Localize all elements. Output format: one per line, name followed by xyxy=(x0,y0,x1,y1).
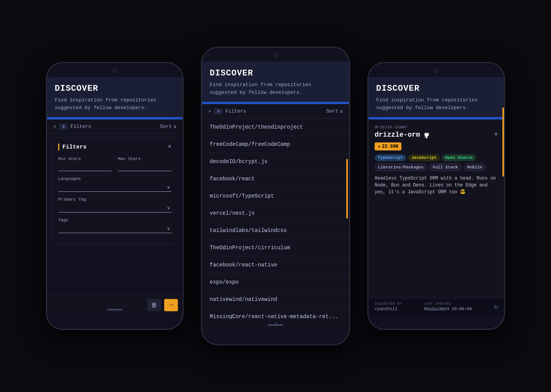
right-close-btn[interactable]: × xyxy=(494,131,498,138)
trash-btn[interactable]: 🗑 xyxy=(147,299,161,311)
primary-tag-dropdown[interactable]: ∨ xyxy=(58,204,171,212)
min-stars-input[interactable] xyxy=(58,163,112,171)
center-filter-bar: ⚡ 0 Filters Sort ∨ xyxy=(202,104,349,119)
tag-typescript[interactable]: TypeScript xyxy=(375,154,406,161)
yellow-accent-bar xyxy=(58,144,59,150)
phone-center-screen: DISCOVER Find inspiration from repositor… xyxy=(202,48,349,344)
repo-item-0[interactable]: TheOdinProject/theodinproject xyxy=(202,119,349,136)
tag-opensource[interactable]: Open Source xyxy=(442,154,476,161)
primary-tag-label: Primary Tag xyxy=(58,197,171,202)
phone-left-screen: DISCOVER Find inspiration from repositor… xyxy=(47,63,183,329)
right-discover-title: DISCOVER xyxy=(376,84,496,93)
max-stars-label: Max Stars xyxy=(118,157,171,161)
repo-item-7[interactable]: TheOdinProject/cirriculum xyxy=(202,239,349,256)
center-scrollbar xyxy=(346,159,348,219)
center-filters-label: Filters xyxy=(225,108,246,114)
right-repo-detail: drizzle-team/ drizzle-orm × xyxy=(368,119,504,315)
left-bottom-toolbar: 🗑 → xyxy=(47,295,183,315)
max-stars-input[interactable] xyxy=(118,163,171,171)
center-filter-left: ⚡ 0 Filters xyxy=(208,108,246,114)
filters-title: Filters xyxy=(62,144,86,150)
right-repo-description: Headless TypeScript ORM with a head. Run… xyxy=(375,175,498,196)
left-sort-btn[interactable]: Sort ∨ xyxy=(160,124,176,130)
left-discover-header: DISCOVER Find inspiration from repositor… xyxy=(47,77,183,119)
phone-right: DISCOVER Find inspiration from repositor… xyxy=(367,62,505,330)
repo-item-9[interactable]: expo/expo xyxy=(202,274,349,291)
repo-item-1[interactable]: freeCodeCamp/freeCodeCamp xyxy=(202,136,349,153)
repo-item-5[interactable]: vercel/next.js xyxy=(202,205,349,222)
right-page-indicator xyxy=(429,309,444,310)
center-sort-btn[interactable]: Sort ∨ xyxy=(326,108,343,114)
repo-item-11[interactable]: MissingCore/react-native-metadata-ret... xyxy=(202,308,349,319)
right-tags-row: TypeScript JavaScript Open Source Librar… xyxy=(375,154,498,171)
right-repo-footer: SUGGESTED BY cyanChill LAST UPDATED 08/2… xyxy=(368,298,504,315)
phone-right-screen: DISCOVER Find inspiration from repositor… xyxy=(368,63,504,329)
min-stars-label: Min Stars xyxy=(58,157,112,161)
send-btn[interactable]: → xyxy=(164,299,178,311)
left-filters-panel: Filters × Min Stars Max Stars xyxy=(52,137,178,245)
left-filter-count: 0 xyxy=(59,124,67,130)
refresh-btn[interactable]: ↻ xyxy=(494,303,498,310)
repo-item-3[interactable]: facebook/react xyxy=(202,170,349,188)
left-filter-left: ⚡ 0 Filters xyxy=(53,123,91,130)
sort-chevron-icon: ∨ xyxy=(173,124,176,130)
suggested-by-label: SUGGESTED BY xyxy=(375,302,402,306)
suggested-by-value: cyanChill xyxy=(375,307,402,311)
tag-libraries[interactable]: Libraries/Packages xyxy=(375,163,427,171)
tag-javascript[interactable]: JavaScript xyxy=(408,154,440,161)
filters-close-btn[interactable]: × xyxy=(168,144,171,150)
tag-fullstack[interactable]: Full Stack xyxy=(429,163,461,171)
main-scene: DISCOVER Find inspiration from repositor… xyxy=(0,0,551,392)
stars-filter-row: Min Stars Max Stars xyxy=(58,157,171,171)
repo-item-10[interactable]: nativewind/nativewind xyxy=(202,291,349,308)
github-icon xyxy=(423,131,430,138)
languages-filter-row: Languages ∨ xyxy=(58,176,171,192)
phone-left: DISCOVER Find inspiration from repositor… xyxy=(46,62,184,330)
repo-item-2[interactable]: decodeIO/bcrypt.js xyxy=(202,153,349,170)
right-repo-name: drizzle-orm xyxy=(375,131,420,139)
last-updated-label: LAST UPDATED xyxy=(424,302,472,306)
right-orange-scrollbar xyxy=(502,108,504,176)
phone-center: DISCOVER Find inspiration from repositor… xyxy=(201,47,350,345)
center-sort-chevron-icon: ∨ xyxy=(340,108,343,114)
primary-tag-filter-row: Primary Tag ∨ xyxy=(58,197,171,212)
right-stars-badge: ★ 22.69K xyxy=(375,142,401,150)
repo-item-4[interactable]: microsoft/TypeScript xyxy=(202,188,349,205)
left-discover-subtitle: Find inspiration from repositoriessugges… xyxy=(55,96,175,111)
star-icon: ★ xyxy=(378,144,380,149)
filter-icon: ⚡ xyxy=(53,123,56,130)
right-discover-header: DISCOVER Find inspiration from repositor… xyxy=(368,77,504,119)
languages-label: Languages xyxy=(58,176,171,181)
right-discover-subtitle: Find inspiration from repositoriessugges… xyxy=(376,96,496,111)
left-discover-title: DISCOVER xyxy=(55,84,175,93)
center-repo-list: TheOdinProject/theodinproject freeCodeCa… xyxy=(202,119,349,319)
right-repo-owner: drizzle-team/ xyxy=(375,125,498,129)
left-page-indicator xyxy=(107,309,122,310)
left-filters-label: Filters xyxy=(70,124,91,129)
tags-filter-row: Tags ∨ xyxy=(58,218,171,233)
languages-dropdown[interactable]: ∨ xyxy=(58,183,171,192)
center-page-indicator xyxy=(268,324,283,326)
filters-title-row: Filters × xyxy=(58,144,171,150)
left-filter-bar: ⚡ 0 Filters Sort ∨ xyxy=(47,119,183,134)
center-discover-subtitle: Find inspiration from repositoriessugges… xyxy=(210,81,341,96)
tag-mobile[interactable]: Mobile xyxy=(464,163,486,171)
tags-label: Tags xyxy=(58,218,171,222)
repo-item-6[interactable]: tailwindlabs/tailwindcss xyxy=(202,222,349,239)
center-discover-title: DISCOVER xyxy=(210,69,341,78)
center-filter-count: 0 xyxy=(214,108,222,114)
right-repo-name-row: drizzle-orm × xyxy=(375,131,498,139)
repo-item-8[interactable]: facebook/react-native xyxy=(202,256,349,274)
tags-dropdown[interactable]: ∨ xyxy=(58,225,171,233)
center-discover-header: DISCOVER Find inspiration from repositor… xyxy=(202,62,349,104)
center-filter-icon: ⚡ xyxy=(208,108,211,114)
